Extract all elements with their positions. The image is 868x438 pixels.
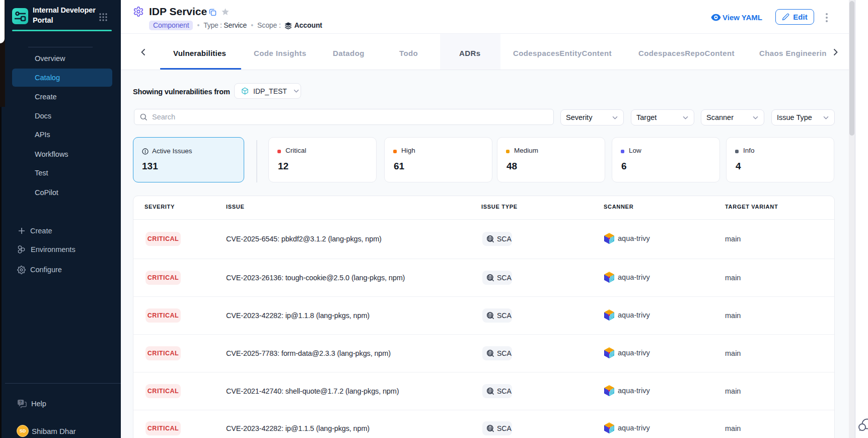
svg-text:?: ? (20, 400, 22, 405)
